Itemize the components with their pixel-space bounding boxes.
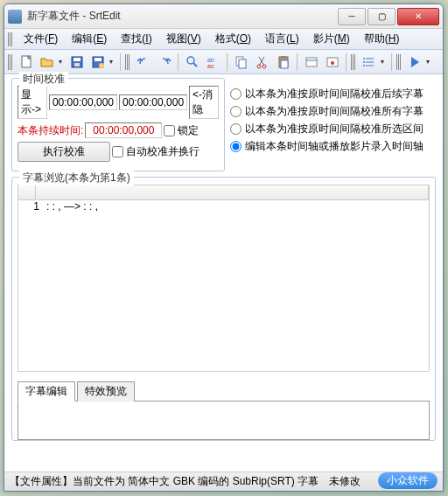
edit-tabs: 字幕编辑 特效预览 [18, 381, 430, 402]
execute-calibration-button[interactable]: 执行校准 [18, 142, 110, 162]
toolbar-grip[interactable] [8, 54, 13, 70]
svg-rect-17 [281, 60, 288, 68]
svg-rect-5 [94, 58, 102, 61]
menu-m[interactable]: 影片(M) [306, 30, 357, 48]
menu-i[interactable]: 查找(I) [114, 30, 158, 48]
time-end[interactable]: 00:00:00,000 [119, 94, 187, 110]
calibration-mode-radios: 以本条为准按原时间间隔校准后续字幕 以本条为准按原时间间隔校准所有字幕 以本条为… [230, 78, 424, 177]
tab-fx-preview[interactable]: 特效预览 [77, 381, 135, 402]
close-button[interactable]: ✕ [397, 8, 439, 25]
tool-a-icon[interactable] [302, 52, 321, 72]
svg-rect-2 [74, 58, 80, 61]
duration-value: 00:00:00,000 [85, 122, 162, 138]
statusbar: 【文件属性】当前文件为 简体中文 GBK 编码的 SubRip(SRT) 字幕 … [4, 472, 443, 491]
window-title: 新字幕文件 - SrtEdit [27, 9, 336, 24]
time-calibration-group: 时间校准 显示-> 00:00:00,000 00:00:00,000 <-消隐… [11, 78, 225, 171]
menubar-grip[interactable] [8, 32, 13, 46]
radio-all[interactable]: 以本条为准按原时间间隔校准所有字幕 [230, 104, 424, 119]
svg-point-26 [363, 61, 365, 63]
minimize-button[interactable]: ─ [338, 8, 366, 25]
menu-l[interactable]: 语言(L) [258, 30, 306, 48]
maximize-button[interactable]: ▢ [368, 8, 396, 25]
row-time: : : , —> : : , [39, 200, 98, 213]
app-window: 新字幕文件 - SrtEdit ─ ▢ ✕ 文件(F)编辑(E)查找(I)视图(… [4, 3, 444, 492]
save-dropdown[interactable]: ▾ [109, 58, 116, 66]
status-text: 【文件属性】当前文件为 简体中文 GBK 编码的 SubRip(SRT) 字幕 … [10, 474, 360, 489]
svg-rect-18 [306, 58, 317, 66]
toolbar: ▾ ▾ abac ▾ ▾ [4, 50, 443, 74]
lock-checkbox[interactable]: 锁定 [164, 123, 199, 138]
save-as-icon[interactable] [88, 52, 108, 72]
svg-text:ac: ac [207, 63, 214, 69]
new-file-icon[interactable] [17, 52, 36, 72]
time-start[interactable]: 00:00:00,000 [49, 94, 117, 110]
replace-icon[interactable]: abac [204, 52, 223, 72]
list-icon[interactable] [360, 52, 379, 72]
menu-v[interactable]: 视图(V) [159, 30, 208, 48]
menu-e[interactable]: 编辑(E) [65, 30, 114, 48]
menu-h[interactable]: 帮助(H) [357, 30, 407, 48]
app-icon [8, 10, 22, 24]
hide-label: <-消隐 [189, 86, 219, 119]
svg-rect-12 [239, 59, 246, 68]
show-label: 显示-> [18, 86, 47, 119]
radio-edit[interactable]: 编辑本条时间轴或播放影片录入时间轴 [230, 139, 424, 154]
toolbar-grip-4[interactable] [396, 54, 402, 70]
browse-legend: 字幕浏览(本条为第1条) [19, 171, 134, 185]
cut-icon[interactable] [253, 52, 272, 72]
autowrap-checkbox[interactable]: 自动校准并换行 [112, 144, 200, 159]
radio-selected[interactable]: 以本条为准按原时间间隔校准所选区间 [230, 122, 424, 136]
tab-subtitle-edit[interactable]: 字幕编辑 [18, 381, 75, 402]
menu-f[interactable]: 文件(F) [17, 30, 65, 48]
svg-point-25 [363, 58, 365, 59]
menubar: 文件(F)编辑(E)查找(I)视图(V)格式(O)语言(L)影片(M)帮助(H) [4, 29, 443, 50]
list-header[interactable] [18, 185, 430, 200]
open-dropdown[interactable]: ▾ [59, 58, 66, 66]
duration-label: 本条持续时间: [18, 123, 83, 138]
svg-point-7 [187, 57, 194, 64]
subtitle-edit-textarea[interactable] [18, 402, 430, 440]
svg-point-21 [331, 61, 334, 65]
toolbar-grip-2[interactable] [125, 54, 130, 70]
list-row[interactable]: 1 : : , —> : : , [18, 200, 429, 213]
paste-icon[interactable] [274, 52, 293, 72]
svg-point-27 [363, 65, 365, 66]
find-icon[interactable] [183, 52, 202, 72]
row-number: 1 [22, 200, 39, 213]
undo-icon[interactable] [134, 52, 153, 72]
titlebar[interactable]: 新字幕文件 - SrtEdit ─ ▢ ✕ [4, 4, 443, 29]
svg-rect-3 [74, 63, 80, 66]
time-calib-legend: 时间校准 [19, 72, 68, 87]
play-icon[interactable] [405, 52, 424, 72]
subtitle-browse-group: 字幕浏览(本条为第1条) 1 : : , —> : : , 字幕编辑 特效预览 [11, 177, 436, 441]
svg-point-6 [99, 63, 104, 68]
open-file-icon[interactable] [38, 52, 57, 72]
subtitle-list[interactable]: 1 : : , —> : : , [18, 200, 430, 372]
tool-b-icon[interactable] [323, 52, 342, 72]
radio-following[interactable]: 以本条为准按原时间间隔校准后续字幕 [230, 87, 424, 101]
svg-line-8 [193, 63, 197, 66]
svg-rect-16 [281, 56, 286, 59]
save-icon[interactable] [67, 52, 87, 72]
play-dropdown[interactable]: ▾ [426, 58, 433, 66]
watermark-badge: 小众软件 [378, 472, 438, 489]
menu-o[interactable]: 格式(O) [208, 30, 258, 48]
copy-icon[interactable] [232, 52, 251, 72]
toolbar-grip-3[interactable] [351, 54, 356, 70]
redo-icon[interactable] [155, 52, 174, 72]
list-dropdown[interactable]: ▾ [381, 58, 388, 66]
svg-text:ab: ab [207, 57, 214, 63]
